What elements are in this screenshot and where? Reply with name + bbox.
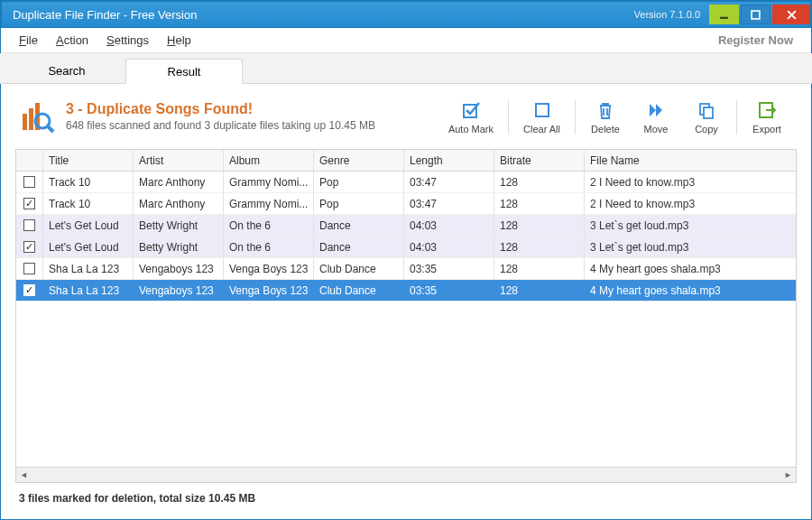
col-length[interactable]: Length	[404, 150, 494, 171]
menu-help[interactable]: Help	[158, 30, 200, 51]
cell-artist: Vengaboys 123	[134, 280, 224, 301]
table-row[interactable]: Track 10Marc AnthonyGrammy Nomi...Pop03:…	[16, 193, 796, 215]
tab-result[interactable]: Result	[125, 59, 243, 84]
cell-genre: Pop	[314, 193, 404, 214]
row-checkbox[interactable]	[23, 241, 35, 253]
register-now-link[interactable]: Register Now	[709, 30, 802, 51]
cell-genre: Pop	[314, 172, 404, 192]
tabs: Search Result	[0, 53, 812, 84]
svg-rect-0	[720, 16, 728, 18]
col-bitrate[interactable]: Bitrate	[494, 150, 585, 171]
cell-artist: Betty Wright	[134, 237, 224, 257]
table-row[interactable]: Let's Get LoudBetty WrightOn the 6Dance0…	[16, 215, 796, 237]
cell-title: Let's Get Loud	[43, 215, 134, 236]
minimize-button[interactable]	[709, 5, 739, 24]
cell-bitrate: 128	[494, 280, 585, 301]
cell-title: Sha La La 123	[43, 280, 134, 301]
col-filename[interactable]: File Name	[585, 150, 796, 171]
cell-title: Sha La La 123	[43, 258, 134, 279]
export-button[interactable]: Export	[743, 97, 791, 138]
status-bar: 3 files marked for deletion, total size …	[15, 483, 797, 514]
table-body: Track 10Marc AnthonyGrammy Nomi...Pop03:…	[16, 172, 796, 467]
svg-line-6	[48, 126, 53, 132]
cell-filename: 3 Let`s get loud.mp3	[585, 237, 796, 257]
svg-rect-7	[464, 105, 476, 117]
tab-search[interactable]: Search	[8, 58, 125, 83]
clearall-icon	[532, 100, 552, 120]
cell-filename: 4 My heart goes shala.mp3	[585, 280, 796, 301]
scroll-right-icon[interactable]: ►	[780, 468, 796, 483]
cell-album: On the 6	[224, 237, 314, 257]
row-checkbox[interactable]	[23, 198, 35, 209]
row-checkbox[interactable]	[23, 176, 35, 188]
delete-button[interactable]: Delete	[581, 97, 630, 138]
automark-button[interactable]: Auto Mark	[439, 97, 503, 138]
copy-button[interactable]: Copy	[682, 97, 731, 138]
move-icon	[646, 100, 666, 120]
results-table: Title Artist Album Genre Length Bitrate …	[15, 149, 797, 483]
horizontal-scrollbar[interactable]: ◄ ►	[16, 467, 796, 482]
table-row[interactable]: Sha La La 123Vengaboys 123Venga Boys 123…	[16, 280, 796, 302]
cell-title: Track 10	[43, 193, 134, 214]
menu-action[interactable]: Action	[47, 30, 97, 51]
menubar: FFileile Action Settings Help Register N…	[1, 28, 811, 53]
svg-rect-3	[29, 108, 33, 130]
cell-genre: Club Dance	[314, 258, 404, 279]
table-header: Title Artist Album Genre Length Bitrate …	[16, 150, 796, 172]
cell-filename: 2 I Need to know.mp3	[585, 193, 796, 214]
col-artist[interactable]: Artist	[134, 150, 224, 171]
table-row[interactable]: Sha La La 123Vengaboys 123Venga Boys 123…	[16, 258, 796, 280]
cell-title: Track 10	[43, 172, 134, 192]
cell-genre: Club Dance	[314, 280, 404, 301]
table-row[interactable]: Track 10Marc AnthonyGrammy Nomi...Pop03:…	[16, 172, 796, 193]
cell-artist: Marc Anthony	[134, 193, 224, 214]
maximize-button[interactable]	[741, 5, 770, 24]
cell-bitrate: 128	[494, 237, 585, 257]
cell-length: 03:47	[404, 172, 494, 192]
cell-bitrate: 128	[494, 172, 585, 192]
cell-filename: 3 Let`s get loud.mp3	[585, 215, 796, 236]
titlebar[interactable]: Duplicate File Finder - Free Version Ver…	[1, 1, 811, 28]
cell-length: 03:35	[404, 258, 494, 279]
col-title[interactable]: Title	[43, 150, 134, 171]
row-checkbox[interactable]	[23, 219, 35, 231]
row-checkbox[interactable]	[23, 263, 35, 274]
cell-genre: Dance	[314, 237, 404, 257]
duplicate-found-icon	[21, 101, 57, 134]
menu-settings[interactable]: Settings	[97, 30, 158, 51]
scroll-left-icon[interactable]: ◄	[16, 468, 32, 483]
window-title: Duplicate File Finder - Free Version	[13, 8, 197, 22]
menu-file[interactable]: FFileile	[10, 30, 47, 51]
cell-bitrate: 128	[494, 193, 585, 214]
cell-album: Venga Boys 123	[224, 280, 314, 301]
result-header: 3 - Duplicate Songs Found! 648 files sca…	[15, 84, 797, 149]
automark-icon	[461, 100, 481, 120]
cell-bitrate: 128	[494, 258, 585, 279]
svg-rect-2	[23, 114, 27, 130]
close-button[interactable]	[772, 5, 810, 24]
table-row[interactable]: Let's Get LoudBetty WrightOn the 6Dance0…	[16, 237, 796, 258]
cell-album: On the 6	[224, 215, 314, 236]
cell-genre: Dance	[314, 215, 404, 236]
cell-length: 03:47	[404, 193, 494, 214]
cell-artist: Betty Wright	[134, 215, 224, 236]
copy-icon	[697, 100, 716, 120]
cell-artist: Vengaboys 123	[134, 258, 224, 279]
trash-icon	[595, 100, 615, 120]
col-checkbox[interactable]	[16, 150, 43, 171]
col-album[interactable]: Album	[224, 150, 314, 171]
move-button[interactable]: Move	[632, 97, 680, 138]
close-icon	[787, 10, 797, 20]
clearall-button[interactable]: Clear All	[514, 97, 569, 138]
col-genre[interactable]: Genre	[314, 150, 404, 171]
row-checkbox[interactable]	[23, 284, 35, 296]
cell-album: Grammy Nomi...	[224, 193, 314, 214]
found-subtitle: 648 files scanned and found 3 duplicate …	[66, 119, 375, 132]
version-label: Version 7.1.0.0	[634, 9, 700, 20]
export-icon	[757, 100, 777, 120]
cell-filename: 4 My heart goes shala.mp3	[585, 258, 796, 279]
cell-filename: 2 I Need to know.mp3	[585, 172, 796, 192]
cell-bitrate: 128	[494, 215, 585, 236]
maximize-icon	[751, 10, 761, 20]
cell-length: 04:03	[404, 237, 494, 257]
